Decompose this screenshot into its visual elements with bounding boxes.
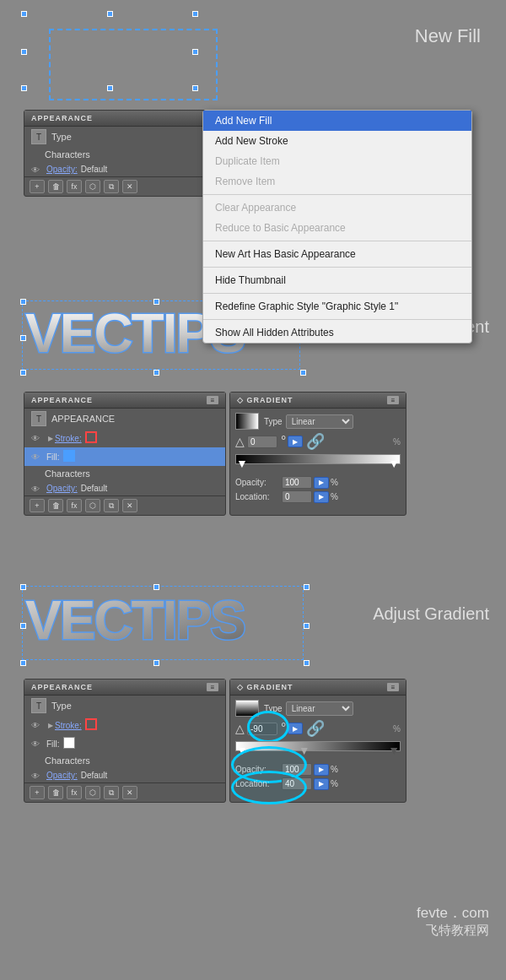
handle-br[interactable] — [192, 85, 198, 91]
gp2-angle-arrow[interactable]: ▶ — [288, 436, 303, 447]
gp2-type-select[interactable]: Linear Radial — [286, 414, 353, 429]
menu-item-redefine[interactable]: Redefine Graphic Style "Graphic Style 1" — [203, 296, 471, 317]
gp2-location-arrow[interactable]: ▶ — [314, 491, 329, 503]
h3-mr[interactable] — [304, 623, 310, 629]
ap3-stroke-row: 👁 ▶ Stroke: — [24, 716, 225, 734]
trash-button[interactable]: ✕ — [122, 180, 137, 193]
handle2-br[interactable] — [300, 370, 306, 376]
canvas-selection — [24, 14, 196, 89]
gp3-menu-btn[interactable]: ≡ — [387, 683, 399, 691]
gp3-stop-left[interactable]: ▼ — [236, 744, 248, 757]
gp3-preview[interactable] — [235, 700, 259, 717]
menu-item-clear: Clear Appearance — [203, 198, 471, 218]
menu-item-add-new-stroke[interactable]: Add New Stroke — [203, 131, 471, 151]
gp3-bar-container: ▼ ▼ ▼ — [235, 741, 401, 751]
menu-separator-3 — [203, 267, 471, 268]
section1: New Fill APPEARANCE ≡ T Type Characters … — [0, 0, 506, 287]
h3-br[interactable] — [304, 660, 310, 666]
ap3-menu-btn[interactable]: ≡ — [207, 683, 218, 691]
ap2-del-btn[interactable]: 🗑 — [48, 499, 63, 512]
gp2-stop-left[interactable]: ▼ — [236, 457, 248, 470]
ap3-stroke-label[interactable]: Stroke: — [55, 721, 82, 730]
gp3-stop-mid[interactable]: ▼ — [299, 744, 310, 757]
ap3-del-btn[interactable]: 🗑 — [48, 786, 63, 799]
handle-tl[interactable] — [21, 11, 27, 17]
menu-item-remove: Remove Item — [203, 171, 471, 192]
gp3-angle-arrow[interactable]: ▶ — [288, 723, 303, 734]
gp3-location-arrow[interactable]: ▶ — [314, 778, 329, 790]
h3-bc[interactable] — [153, 660, 159, 666]
gp2-preview[interactable] — [235, 413, 259, 430]
gp2-menu-btn[interactable]: ≡ — [387, 396, 399, 404]
ap3-characters-row: Characters — [24, 753, 225, 768]
fx-button[interactable]: fx — [67, 180, 82, 193]
handle-bc[interactable] — [107, 85, 113, 91]
ap2-opacity-label[interactable]: Opacity: — [46, 484, 78, 493]
handle2-bl[interactable] — [20, 370, 26, 376]
add-layer-button[interactable]: + — [30, 180, 45, 193]
stroke-label[interactable]: Stroke: — [55, 434, 82, 443]
delete-button[interactable]: 🗑 — [48, 180, 63, 193]
gp2-stop-right[interactable]: ▼ — [388, 457, 400, 470]
handle-tr[interactable] — [192, 11, 198, 17]
ap2-fill-row[interactable]: 👁 Fill: — [24, 447, 225, 466]
gp3-opacity-arrow[interactable]: ▶ — [314, 764, 329, 776]
ap2-fx-btn[interactable]: fx — [67, 499, 82, 512]
menu-item-reduce: Reduce to Basic Appearance — [203, 218, 471, 238]
handle-tc[interactable] — [107, 11, 113, 17]
gp2-bar-container: ▼ ▼ — [235, 454, 401, 464]
gp2-location-row: Location: 0 ▶ % — [235, 490, 401, 503]
gp2-gradient-bar[interactable]: ▼ ▼ — [235, 454, 401, 464]
ap3-dup-btn[interactable]: ⧉ — [104, 786, 119, 799]
gp3-gradient-bar[interactable]: ▼ ▼ ▼ — [235, 741, 401, 751]
h3-tr[interactable] — [304, 584, 310, 590]
panels-row-3: APPEARANCE ≡ T Type 👁 ▶ Stroke: 👁 Fill: … — [0, 679, 506, 803]
gp2-opacity-arrow[interactable]: ▶ — [314, 477, 329, 489]
watermark-line2: 飞特教程网 — [0, 923, 489, 939]
handle-mr[interactable] — [192, 49, 198, 55]
ap3-add-btn[interactable]: + — [30, 786, 45, 799]
ap2-characters-row: Characters — [24, 466, 225, 481]
characters-row: Characters — [24, 147, 225, 162]
gp3-location-pct: % — [331, 779, 338, 788]
menu-item-show-all[interactable]: Show All Hidden Attributes — [203, 322, 471, 343]
ap3-title: APPEARANCE — [31, 683, 93, 691]
gp3-opacity-val[interactable]: 100 — [282, 763, 312, 776]
gp2-angle-value[interactable]: 0 — [247, 436, 277, 448]
mask-button[interactable]: ⬡ — [85, 180, 100, 193]
ap2-arrow-stroke: ▶ — [48, 435, 53, 442]
gp3-angle-icon: △ — [235, 722, 245, 735]
ap2-eye-stroke: 👁 — [31, 434, 43, 442]
opacity-label[interactable]: Opacity: — [46, 165, 78, 174]
fill-icon — [63, 450, 75, 463]
ap3-opacity-val: Default — [81, 771, 108, 780]
type-icon: T — [31, 129, 46, 144]
gp3-stop-right[interactable]: ▼ — [388, 744, 400, 757]
ap3-type-label: Type — [51, 701, 72, 711]
menu-item-hide-thumbnail[interactable]: Hide Thumbnail — [203, 270, 471, 290]
ap3-fx-btn[interactable]: fx — [67, 786, 82, 799]
ap3-trash-btn[interactable]: ✕ — [122, 786, 137, 799]
handle2-bc[interactable] — [153, 370, 159, 376]
opacity-value: Default — [81, 165, 108, 174]
gp3-type-select[interactable]: Linear Radial — [286, 701, 353, 716]
ap2-menu-btn[interactable]: ≡ — [207, 396, 218, 404]
ap3-mask-btn[interactable]: ⬡ — [85, 786, 100, 799]
duplicate-button[interactable]: ⧉ — [104, 180, 119, 193]
type-label: Type — [51, 132, 72, 142]
gp3-angle-value[interactable]: -90 — [247, 723, 277, 735]
ap3-opacity-label[interactable]: Opacity: — [46, 771, 78, 780]
handle-ml[interactable] — [21, 49, 27, 55]
menu-item-add-new-fill[interactable]: Add New Fill — [203, 111, 471, 131]
ap2-dup-btn[interactable]: ⧉ — [104, 499, 119, 512]
ap2-trash-btn[interactable]: ✕ — [122, 499, 137, 512]
ap2-add-btn[interactable]: + — [30, 499, 45, 512]
gp3-location-val[interactable]: 40 — [282, 777, 312, 790]
ap2-mask-btn[interactable]: ⬡ — [85, 499, 100, 512]
handle-bl[interactable] — [21, 85, 27, 91]
h3-bl[interactable] — [20, 660, 26, 666]
gp2-opacity-val[interactable]: 100 — [282, 476, 312, 489]
menu-item-new-art[interactable]: New Art Has Basic Appearance — [203, 244, 471, 264]
ap2-opacity-val: Default — [81, 484, 108, 493]
gp2-location-val[interactable]: 0 — [282, 490, 312, 503]
